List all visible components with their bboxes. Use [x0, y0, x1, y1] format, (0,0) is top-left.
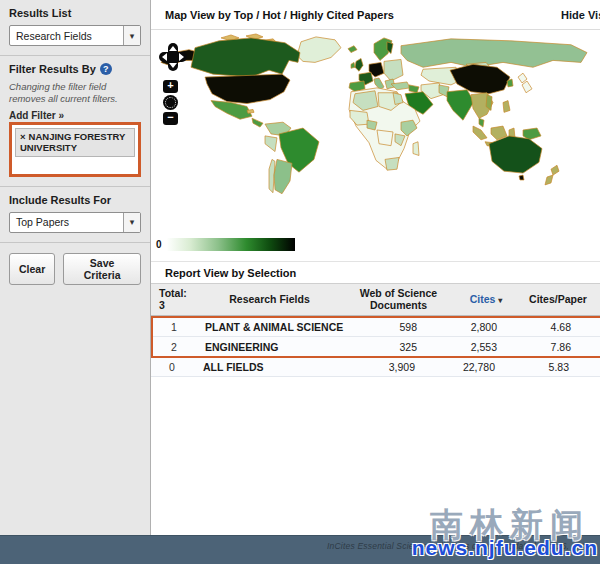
table-row[interactable]: 2 ENGINEERING 325 2,553 7.86 9 — [153, 337, 600, 356]
row-research-field[interactable]: ENGINEERING — [195, 339, 348, 355]
row-wos-documents: 3,909 — [346, 361, 451, 373]
include-results-value: Top Papers — [16, 216, 69, 228]
row-cites-per-paper: 4.68 — [523, 321, 597, 333]
results-table: Total:3 Research Fields Web of Science D… — [151, 284, 600, 377]
map-zoom-control: + − — [162, 80, 179, 125]
country-russia[interactable] — [401, 39, 587, 67]
country-india[interactable] — [447, 90, 474, 120]
filter-note: Changing the filter field removes all cu… — [9, 81, 141, 105]
selected-rows-highlight: 1 PLANT & ANIMAL SCIENCE 598 2,800 4.68 … — [151, 316, 600, 358]
table-row[interactable]: 0 ALL FIELDS 3,909 22,780 5.83 29 — [151, 358, 600, 377]
chevron-down-icon: ▾ — [123, 213, 140, 232]
chip-label: NANJING FORESTRY UNIVERSITY — [20, 131, 125, 153]
country-west-africa[interactable] — [350, 110, 369, 125]
filter-sidebar: Results List Research Fields ▾ Filter Re… — [0, 0, 151, 535]
map-navigation-controls: + − — [158, 42, 188, 125]
incites-esi-page: Results List Research Fields ▾ Filter Re… — [0, 0, 600, 564]
country-philippines[interactable] — [503, 101, 510, 113]
legend-min-value: 0 — [156, 239, 162, 250]
country-uk[interactable] — [355, 58, 363, 71]
row-wos-documents: 598 — [348, 321, 453, 333]
row-wos-documents: 325 — [348, 341, 453, 353]
results-list-section: Results List Research Fields ▾ — [0, 0, 150, 56]
table-row[interactable]: 1 PLANT & ANIMAL SCIENCE 598 2,800 4.68 … — [153, 318, 600, 337]
app-window: Results List Research Fields ▾ Filter Re… — [0, 0, 600, 536]
table-body: 0 ALL FIELDS 3,909 22,780 5.83 29 — [151, 358, 600, 377]
row-rank: 1 — [153, 321, 195, 333]
include-results-select[interactable]: Top Papers ▾ — [9, 212, 141, 233]
clear-button[interactable]: Clear — [9, 253, 55, 285]
filter-by-section: Filter Results By ? Changing the filter … — [0, 56, 150, 187]
country-nz-south[interactable] — [545, 175, 553, 185]
country-peru[interactable] — [265, 136, 277, 152]
row-cites-per-paper: 5.83 — [521, 361, 595, 373]
sidebar-buttons: Clear Save Criteria — [0, 243, 150, 295]
country-eastern-europe[interactable] — [384, 59, 403, 81]
filter-chip-nanjing-forestry-university[interactable]: ×NANJING FORESTRY UNIVERSITY — [15, 128, 135, 157]
row-top-papers-bar-cell: 29 — [595, 359, 600, 376]
main-panel: Map View by Top / Hot / Highly Cited Pap… — [151, 0, 600, 535]
country-ireland[interactable] — [351, 62, 355, 68]
chevron-down-icon: ▾ — [123, 26, 140, 45]
watermark-url: news.njfu.edu.cn — [412, 536, 598, 560]
globe-reset-button[interactable] — [163, 95, 178, 110]
results-list-value: Research Fields — [16, 30, 92, 42]
results-list-label: Results List — [9, 7, 141, 19]
country-canada[interactable] — [191, 38, 300, 77]
row-cites: 2,553 — [453, 341, 523, 353]
country-australia[interactable] — [489, 136, 542, 173]
country-argentina[interactable] — [274, 159, 292, 193]
save-criteria-button[interactable]: Save Criteria — [63, 253, 141, 285]
country-madagascar[interactable] — [413, 142, 419, 156]
map-color-legend: 0 — [156, 238, 295, 251]
map-pan-control[interactable] — [158, 42, 188, 72]
country-sumatra[interactable] — [473, 126, 487, 140]
col-cites-sortable[interactable]: Cites ▾ — [451, 293, 521, 305]
include-results-label: Include Results For — [9, 194, 141, 206]
choropleth-world-map[interactable] — [151, 32, 599, 228]
help-icon[interactable]: ? — [100, 63, 112, 75]
country-central-america[interactable] — [252, 118, 263, 127]
zoom-in-button[interactable]: + — [163, 80, 178, 93]
country-iraq-syria[interactable] — [409, 85, 419, 93]
country-japan[interactable] — [518, 73, 527, 83]
country-iceland[interactable] — [348, 46, 357, 53]
country-japan[interactable] — [522, 81, 532, 93]
country-malaysia[interactable] — [479, 118, 484, 127]
world-map-region: + − 0 — [151, 30, 600, 262]
total-count: Total:3 — [151, 287, 193, 311]
zoom-out-button[interactable]: − — [163, 112, 178, 125]
country-caribbean[interactable] — [247, 109, 254, 113]
country-egypt[interactable] — [393, 93, 403, 105]
row-cites: 2,800 — [453, 321, 523, 333]
row-cites: 22,780 — [451, 361, 521, 373]
active-filter-box: ×NANJING FORESTRY UNIVERSITY — [9, 122, 141, 177]
include-results-section: Include Results For Top Papers ▾ — [0, 187, 150, 243]
country-usa[interactable] — [205, 74, 290, 103]
row-rank: 2 — [153, 341, 195, 353]
hide-visualization-link[interactable]: Hide Visualization — [561, 9, 600, 21]
legend-gradient-bar — [167, 238, 295, 251]
country-china[interactable] — [450, 64, 510, 93]
country-nz-north[interactable] — [551, 165, 559, 175]
chip-remove-icon[interactable]: × — [20, 131, 26, 142]
col-top-papers: Top Papers — [595, 293, 600, 305]
country-congo[interactable] — [377, 130, 393, 146]
row-research-field[interactable]: ALL FIELDS — [193, 359, 346, 375]
row-cites-per-paper: 7.86 — [523, 341, 597, 353]
table-header-row: Total:3 Research Fields Web of Science D… — [151, 284, 600, 316]
country-tasmania[interactable] — [519, 175, 524, 180]
col-wos-documents: Web of Science Documents — [346, 287, 451, 311]
report-view-title: Report View by Selection — [165, 267, 296, 279]
sort-arrow-icon: ▾ — [498, 296, 502, 305]
country-south-africa[interactable] — [385, 157, 399, 170]
country-greenland[interactable] — [297, 37, 341, 62]
results-list-select[interactable]: Research Fields ▾ — [9, 25, 141, 46]
map-view-header: Map View by Top / Hot / Highly Cited Pap… — [151, 0, 600, 30]
col-research-fields: Research Fields — [193, 293, 346, 305]
row-rank: 0 — [151, 361, 193, 373]
row-research-field[interactable]: PLANT & ANIMAL SCIENCE — [195, 319, 348, 335]
add-filter-link[interactable]: Add Filter » — [9, 110, 141, 121]
report-view-header: Report View by Selection Customize — [151, 262, 600, 284]
country-nigeria[interactable] — [367, 120, 377, 130]
